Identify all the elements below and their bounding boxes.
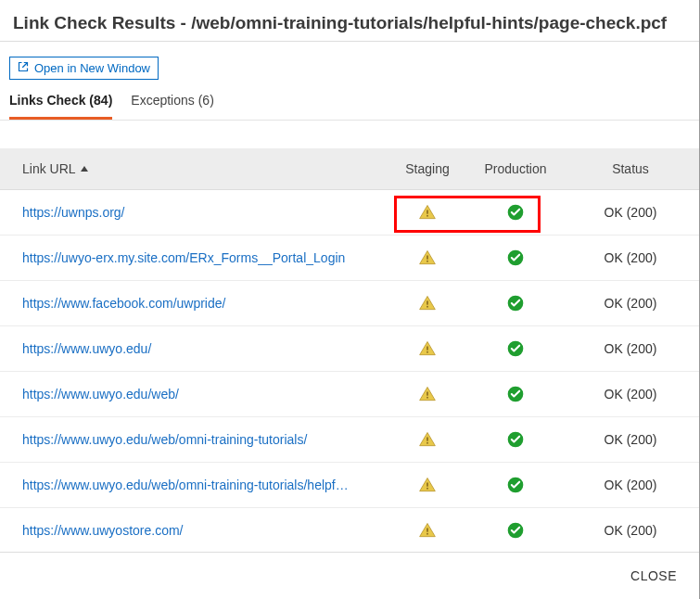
check-circle-icon [506, 249, 525, 264]
warning-icon [418, 477, 437, 491]
link-url[interactable]: https://www.uwyo.edu/web/omni-training-t… [22, 478, 349, 492]
tab-links-check[interactable]: Links Check (84) [9, 93, 112, 120]
table-row: https://www.uwyo.edu/web/OK (200) [0, 372, 699, 417]
table-header-row: Link URL Staging Production Status [0, 148, 699, 190]
table-row: https://www.uwyo.edu/web/omni-training-t… [0, 417, 699, 463]
link-url-cell: https://www.uwyo.edu/web/ [0, 372, 386, 417]
external-link-icon [18, 61, 29, 75]
production-cell [469, 281, 562, 326]
link-check-dialog: Link Check Results - /web/omni-training-… [0, 0, 700, 599]
link-url-cell: https://www.uwyo.edu/web/omni-training-t… [0, 463, 386, 508]
link-url[interactable]: https://uwyo-erx.my.site.com/ERx_Forms__… [22, 250, 345, 265]
staging-cell [386, 326, 469, 372]
link-url-cell: https://uwyo-erx.my.site.com/ERx_Forms__… [0, 236, 386, 281]
check-circle-icon [506, 204, 525, 219]
status-cell: OK (200) [562, 417, 699, 463]
page-title: Link Check Results - /web/omni-training-… [13, 13, 686, 33]
link-url-cell: https://www.uwyo.edu/web/omni-training-t… [0, 417, 386, 463]
table-row: https://www.facebook.com/uwpride/OK (200… [0, 281, 699, 326]
warning-icon [418, 295, 437, 310]
warning-icon [418, 340, 437, 355]
table-row: https://www.uwyo.edu/OK (200) [0, 326, 699, 372]
production-cell [469, 508, 562, 553]
header-production[interactable]: Production [469, 148, 562, 190]
warning-icon [418, 386, 437, 401]
warning-icon [418, 522, 437, 537]
warning-icon [418, 204, 437, 219]
production-cell [469, 463, 562, 508]
header-status[interactable]: Status [562, 148, 699, 190]
svg-rect-4 [426, 261, 428, 262]
link-url-cell: https://www.facebook.com/uwpride/ [0, 281, 386, 326]
close-button[interactable]: CLOSE [630, 568, 677, 583]
link-url-cell: https://www.uwyostore.com/ [0, 508, 386, 553]
link-url[interactable]: https://uwnps.org/ [22, 205, 125, 220]
tab-exceptions[interactable]: Exceptions (6) [131, 93, 214, 120]
link-url[interactable]: https://www.uwyo.edu/ [22, 341, 151, 356]
check-circle-icon [506, 477, 525, 491]
svg-rect-16 [426, 442, 428, 444]
header-link-url[interactable]: Link URL [0, 148, 386, 190]
dialog-footer: CLOSE [0, 552, 699, 599]
link-url[interactable]: https://www.facebook.com/uwpride/ [22, 296, 225, 311]
svg-rect-0 [426, 210, 428, 214]
dialog-header: Link Check Results - /web/omni-training-… [0, 0, 699, 42]
staging-cell [386, 236, 469, 281]
staging-cell [386, 417, 469, 463]
link-url[interactable]: https://www.uwyo.edu/web/omni-training-t… [22, 432, 307, 447]
status-cell: OK (200) [562, 326, 699, 372]
status-cell: OK (200) [562, 508, 699, 553]
staging-cell [386, 463, 469, 508]
status-cell: OK (200) [562, 372, 699, 417]
table-row: https://uwnps.org/OK (200) [0, 190, 699, 236]
svg-rect-22 [426, 533, 428, 535]
results-table: Link URL Staging Production Status https… [0, 148, 699, 552]
svg-rect-6 [426, 301, 428, 305]
results-table-wrap[interactable]: Link URL Staging Production Status https… [0, 121, 699, 552]
link-url[interactable]: https://www.uwyo.edu/web/ [22, 387, 179, 401]
staging-cell [386, 508, 469, 553]
svg-rect-19 [426, 488, 428, 490]
table-row: https://www.uwyo.edu/web/omni-training-t… [0, 463, 699, 508]
table-row: https://www.uwyostore.com/OK (200) [0, 508, 699, 553]
warning-icon [418, 431, 437, 446]
production-cell [469, 236, 562, 281]
link-url[interactable]: https://www.uwyostore.com/ [22, 523, 184, 538]
open-new-window-button[interactable]: Open in New Window [9, 57, 159, 80]
svg-rect-7 [426, 306, 428, 308]
svg-rect-1 [426, 215, 428, 217]
tabs: Links Check (84) Exceptions (6) [0, 80, 699, 121]
production-cell [469, 190, 562, 236]
check-circle-icon [506, 340, 525, 355]
svg-rect-12 [426, 392, 428, 396]
status-cell: OK (200) [562, 281, 699, 326]
table-row: https://uwyo-erx.my.site.com/ERx_Forms__… [0, 236, 699, 281]
toolbar: Open in New Window [0, 42, 699, 80]
staging-cell [386, 190, 469, 236]
svg-rect-18 [426, 483, 428, 487]
production-cell [469, 372, 562, 417]
production-cell [469, 326, 562, 372]
open-new-window-label: Open in New Window [34, 61, 150, 75]
staging-cell [386, 372, 469, 417]
link-url-cell: https://www.uwyo.edu/ [0, 326, 386, 372]
svg-rect-3 [426, 256, 428, 260]
svg-rect-9 [426, 347, 428, 350]
svg-rect-13 [426, 397, 428, 399]
status-cell: OK (200) [562, 463, 699, 508]
svg-rect-15 [426, 438, 428, 441]
status-cell: OK (200) [562, 190, 699, 236]
svg-rect-21 [426, 529, 428, 532]
check-circle-icon [506, 431, 525, 446]
sort-ascending-icon [80, 161, 89, 176]
check-circle-icon [506, 522, 525, 537]
warning-icon [418, 249, 437, 264]
status-cell: OK (200) [562, 236, 699, 281]
production-cell [469, 417, 562, 463]
link-url-cell: https://uwnps.org/ [0, 190, 386, 236]
staging-cell [386, 281, 469, 326]
check-circle-icon [506, 386, 525, 401]
svg-rect-10 [426, 351, 428, 353]
check-circle-icon [506, 295, 525, 310]
header-staging[interactable]: Staging [386, 148, 469, 190]
